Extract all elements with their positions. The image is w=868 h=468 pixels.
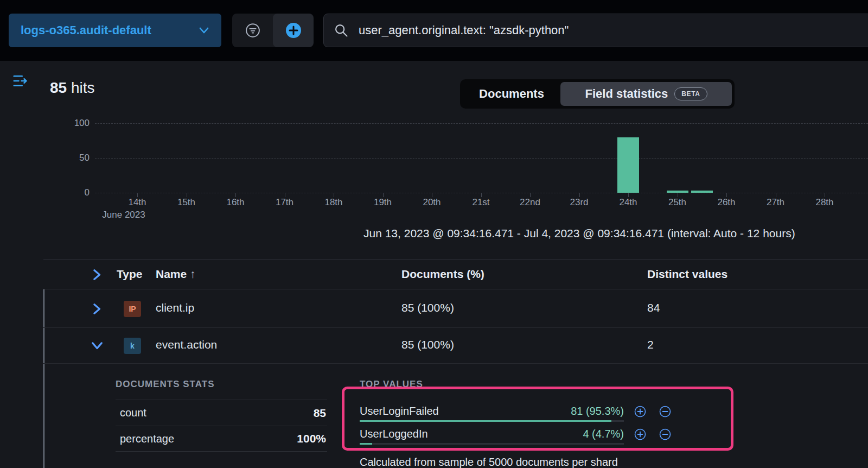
beta-badge: BETA (674, 87, 707, 100)
documents-stats-table: count 85 percentage 100% (116, 400, 327, 452)
distinct-values: 84 (647, 301, 660, 314)
y-axis-label: 50 (60, 153, 90, 163)
top-toolbar: logs-o365.audit-default (0, 0, 868, 61)
chevron-right-icon (91, 269, 102, 281)
x-axis-label: 24th (604, 197, 653, 208)
x-axis-label: 26th (702, 197, 751, 208)
chevron-down-icon (199, 27, 209, 34)
gridline (95, 123, 868, 124)
search-input[interactable] (359, 23, 868, 37)
field-name: event.action (156, 338, 217, 351)
axis-tick (530, 193, 531, 197)
x-axis-label: 21st (457, 197, 506, 208)
filter-for-value-button[interactable] (634, 405, 647, 418)
axis-tick (776, 193, 776, 197)
hits-label: hits (71, 79, 95, 96)
distinct-values: 2 (647, 338, 654, 351)
field-row-event-action[interactable]: k event.action 85 (100%) 2 (43, 328, 868, 364)
x-axis-label: 28th (800, 197, 849, 208)
plus-icon (285, 22, 302, 39)
row-collapse-chevron[interactable] (91, 340, 103, 351)
view-toggle: Documents Field statistics BETA (460, 79, 735, 109)
x-axis-label: 19th (359, 197, 407, 208)
col-distinct-values[interactable]: Distinct values (647, 268, 727, 281)
top-value-label: UserLoggedIn (360, 428, 428, 440)
y-axis-label: 0 (60, 187, 90, 198)
sample-footnote: Calculated from sample of 5000 documents… (360, 456, 618, 468)
documents-stats-title: DOCUMENTS STATS (116, 379, 214, 390)
expand-all-chevron[interactable] (91, 269, 102, 281)
search-bar[interactable] (323, 14, 868, 47)
top-value-row: UserLoginFailed 81 (95.3%) (360, 403, 624, 419)
top-value-bar (360, 420, 624, 422)
col-name[interactable]: Name ↑ (156, 268, 196, 281)
axis-tick (432, 193, 432, 197)
axis-tick (481, 193, 482, 197)
row-expand-chevron[interactable] (91, 303, 102, 315)
x-axis-label: 25th (653, 197, 702, 208)
x-axis-label: 27th (751, 197, 800, 208)
documents-pct: 85 (100%) (401, 338, 454, 351)
minus-circle-icon (659, 428, 672, 441)
top-value-count: 81 (95.3%) (571, 405, 624, 418)
x-axis-label: 17th (260, 197, 309, 208)
filter-out-value-button[interactable] (659, 428, 672, 441)
time-range-label: Jun 13, 2023 @ 09:34:16.471 - Jul 4, 202… (363, 227, 795, 240)
add-filter-button[interactable] (273, 14, 314, 47)
tab-field-statistics[interactable]: Field statistics BETA (560, 82, 732, 106)
axis-tick (334, 193, 334, 197)
stat-value: 100% (297, 432, 326, 445)
hits-count: 85 hits (50, 79, 95, 97)
field-type-badge-keyword: k (124, 338, 141, 354)
col-name-label: Name (156, 268, 187, 280)
histogram-bar[interactable] (691, 191, 713, 193)
chevron-right-icon (91, 303, 102, 315)
stat-label: percentage (120, 433, 174, 445)
gridline (95, 158, 868, 159)
axis-tick (678, 193, 678, 197)
histogram-bar[interactable] (667, 191, 688, 193)
chevron-down-icon (91, 340, 103, 351)
stats-row-count: count 85 (116, 400, 327, 426)
x-axis-label: 16th (211, 197, 260, 208)
x-axis-label: 23rd (555, 197, 604, 208)
menu-right-icon (11, 73, 29, 89)
top-value-label: UserLoginFailed (360, 405, 439, 418)
axis-tick (628, 193, 629, 197)
axis-tick (187, 193, 187, 197)
axis-tick (825, 193, 825, 197)
axis-tick (383, 193, 384, 197)
top-values-title: TOP VALUES (360, 379, 423, 390)
data-view-selector[interactable]: logs-o365.audit-default (9, 14, 221, 47)
top-value-count: 4 (4.7%) (583, 428, 624, 440)
axis-tick (285, 193, 285, 197)
query-button-group (232, 14, 314, 47)
tab-documents[interactable]: Documents (463, 82, 560, 106)
axis-tick (235, 193, 236, 197)
x-axis-label: 18th (309, 197, 358, 208)
x-axis-label: 22nd (506, 197, 554, 208)
field-row-client-ip[interactable]: IP client.ip 85 (100%) 84 (43, 289, 868, 328)
top-value-bar (360, 443, 624, 445)
stat-label: count (120, 407, 146, 419)
filter-icon (245, 22, 261, 39)
field-name: client.ip (156, 301, 194, 314)
col-type[interactable]: Type (117, 268, 142, 281)
expand-field-list-button[interactable] (11, 73, 29, 89)
stats-row-percentage: percentage 100% (116, 426, 327, 452)
filter-button[interactable] (232, 14, 273, 47)
plus-circle-icon (634, 405, 647, 418)
filter-for-value-button[interactable] (634, 428, 647, 441)
axis-tick (726, 193, 727, 197)
histogram-bar[interactable] (617, 137, 639, 193)
search-icon (334, 23, 349, 38)
x-axis-label: 20th (407, 197, 456, 208)
filter-out-value-button[interactable] (659, 405, 672, 418)
axis-tick (579, 193, 580, 197)
plus-circle-icon (634, 428, 647, 441)
field-table-header: Type Name ↑ Documents (%) Distinct value… (43, 260, 868, 289)
documents-pct: 85 (100%) (401, 301, 454, 314)
top-value-row: UserLoggedIn 4 (4.7%) (360, 426, 624, 442)
col-documents[interactable]: Documents (%) (401, 268, 484, 281)
x-axis-month-label: June 2023 (99, 210, 148, 220)
